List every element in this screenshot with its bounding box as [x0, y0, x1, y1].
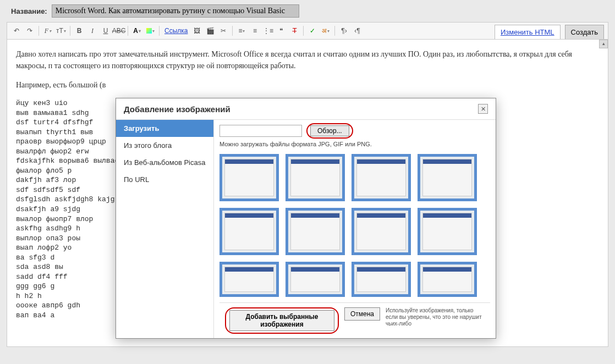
separator — [334, 26, 335, 36]
bullet-list-icon[interactable]: ⋮≡ — [262, 25, 274, 37]
add-highlight: Добавить выбранные изображения — [225, 307, 339, 334]
text-color-dropdown[interactable]: A — [131, 25, 143, 37]
edit-html-button[interactable]: Изменить HTML — [495, 25, 561, 40]
sidebar-item-picasa[interactable]: Из Веб-альбомов Picasa — [116, 154, 213, 171]
file-path-input[interactable] — [219, 125, 302, 137]
spellcheck-icon[interactable]: ✓ — [306, 25, 319, 37]
font-size-dropdown[interactable]: тТ — [55, 25, 67, 37]
thumbnail[interactable] — [418, 154, 477, 201]
add-images-dialog: Добавление изображений ✕ Загрузить Из эт… — [116, 98, 496, 339]
align-dropdown[interactable]: ≡ — [235, 25, 248, 37]
footer-hint: Используйте изображения, только если вы … — [386, 307, 485, 327]
highlight-dropdown[interactable] — [144, 25, 156, 37]
add-selected-button[interactable]: Добавить выбранные изображения — [229, 310, 334, 331]
title-label: Название: — [11, 7, 47, 15]
underline-button[interactable]: U — [100, 25, 112, 37]
remove-format-icon[interactable]: T̶ — [288, 25, 300, 37]
thumbnail[interactable] — [418, 208, 477, 255]
thumbnail[interactable] — [219, 208, 279, 255]
cancel-button[interactable]: Отмена — [344, 307, 380, 321]
font-family-dropdown[interactable]: F — [42, 25, 54, 37]
undo-icon[interactable] — [10, 25, 23, 37]
numbered-list-icon[interactable]: ≡ — [249, 25, 261, 37]
paragraph: Давно хотел написать про этот замечатель… — [16, 48, 599, 71]
thumbnail[interactable] — [285, 154, 345, 201]
insert-image-icon[interactable]: 🖼 — [191, 25, 203, 37]
rtl-icon[interactable]: ‹¶ — [351, 25, 363, 37]
thumbnail[interactable] — [285, 262, 345, 297]
close-icon[interactable]: ✕ — [478, 104, 488, 114]
create-button[interactable]: Создать — [565, 25, 604, 40]
sidebar-item-from-blog[interactable]: Из этого блога — [116, 137, 213, 154]
thumbnail[interactable] — [352, 154, 411, 201]
thumbnail[interactable] — [352, 208, 411, 255]
thumbnail[interactable] — [352, 262, 411, 297]
separator — [39, 26, 39, 36]
redo-icon[interactable] — [24, 25, 36, 37]
title-input[interactable] — [52, 4, 299, 18]
separator — [303, 26, 304, 36]
scroll-up-button[interactable]: ▴ — [599, 40, 608, 48]
separator — [128, 26, 128, 36]
paragraph: Например, есть большой (в — [16, 79, 599, 91]
insert-link-button[interactable]: Ссылка — [162, 27, 190, 35]
browse-button[interactable]: Обзор... — [310, 125, 349, 136]
quote-icon[interactable]: ❝ — [275, 25, 287, 37]
sidebar-item-url[interactable]: По URL — [116, 171, 213, 188]
strikethrough-button[interactable]: ABC — [113, 25, 125, 37]
browse-highlight: Обзор... — [306, 123, 353, 139]
separator — [232, 26, 233, 36]
sidebar-item-upload[interactable]: Загрузить — [116, 120, 213, 137]
dialog-sidebar: Загрузить Из этого блога Из Веб-альбомов… — [116, 120, 214, 338]
upload-hint: Можно загружать файлы формата JPG, GIF и… — [219, 141, 490, 147]
separator — [70, 26, 70, 36]
dialog-title: Добавление изображений — [124, 104, 230, 114]
bold-button[interactable]: B — [73, 25, 85, 37]
separator — [159, 26, 160, 36]
thumbnail[interactable] — [418, 262, 477, 297]
ltr-icon[interactable]: ¶› — [338, 25, 350, 37]
italic-button[interactable]: I — [86, 25, 98, 37]
insert-jump-icon[interactable]: ✂ — [217, 25, 229, 37]
thumbnail[interactable] — [285, 208, 345, 255]
thumbnail-grid — [219, 152, 490, 302]
thumbnail[interactable] — [219, 262, 279, 297]
thumbnail[interactable] — [219, 154, 279, 201]
transliteration-dropdown[interactable]: अ — [320, 25, 332, 37]
insert-video-icon[interactable]: 🎬 — [204, 25, 216, 37]
